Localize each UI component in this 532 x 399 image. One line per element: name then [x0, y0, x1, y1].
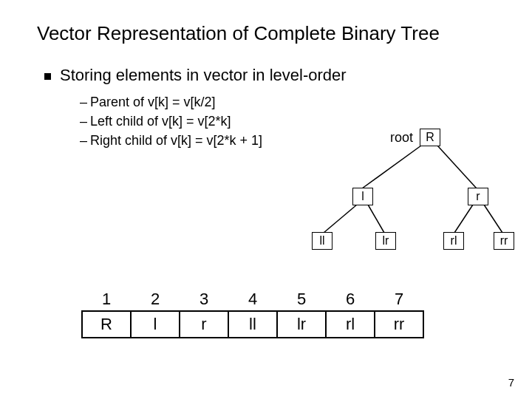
- svg-line-5: [484, 205, 502, 233]
- vector-table: 1 2 3 4 5 6 7 R l r ll lr rl rr: [81, 288, 424, 338]
- sub-a-text: Parent of v[k] = v[k/2]: [90, 95, 216, 109]
- slide-title: Vector Representation of Complete Binary…: [37, 22, 495, 45]
- node-ll: ll: [312, 232, 332, 250]
- sub-b-text: Left child of v[k] = v[2*k]: [90, 114, 231, 129]
- node-rl: rl: [443, 232, 464, 250]
- idx-6: 6: [326, 288, 375, 311]
- idx-4: 4: [228, 288, 277, 311]
- node-R: R: [420, 129, 440, 146]
- idx-3: 3: [180, 288, 228, 311]
- cell-1: R: [82, 311, 131, 338]
- tree-diagram: root R l r ll lr rl rr: [296, 126, 502, 259]
- bullet-level1: Storing elements in vector in level-orde…: [44, 66, 495, 85]
- idx-5: 5: [277, 288, 326, 311]
- root-label: root: [390, 130, 413, 146]
- svg-line-4: [454, 205, 473, 233]
- svg-line-1: [437, 146, 477, 188]
- cell-3: r: [180, 311, 228, 338]
- page-number: 7: [508, 376, 514, 389]
- cell-7: rr: [375, 311, 423, 338]
- idx-2: 2: [131, 288, 180, 311]
- node-l: l: [352, 188, 373, 205]
- sub-c-text: Right child of v[k] = v[2*k + 1]: [90, 133, 262, 148]
- svg-line-0: [362, 146, 421, 188]
- node-r: r: [468, 188, 488, 205]
- bullet1-text: Storing elements in vector in level-orde…: [60, 66, 347, 84]
- value-row: R l r ll lr rl rr: [82, 311, 423, 338]
- cell-2: l: [131, 311, 180, 338]
- cell-6: rl: [326, 311, 375, 338]
- index-row: 1 2 3 4 5 6 7: [82, 288, 423, 311]
- node-lr: lr: [375, 232, 396, 250]
- idx-1: 1: [82, 288, 131, 311]
- idx-7: 7: [375, 288, 423, 311]
- node-rr: rr: [494, 232, 514, 250]
- square-bullet-icon: [44, 73, 51, 80]
- cell-4: ll: [228, 311, 277, 338]
- cell-5: lr: [277, 311, 326, 338]
- svg-line-3: [368, 205, 384, 233]
- bullet-level2-a: –Parent of v[k] = v[k/2]: [80, 92, 495, 112]
- svg-line-2: [324, 205, 357, 233]
